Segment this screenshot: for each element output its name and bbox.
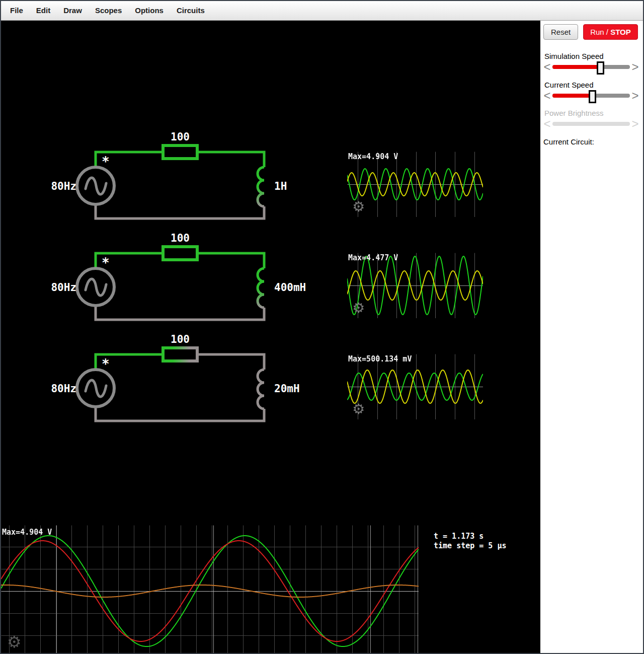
wire[interactable]	[96, 204, 264, 219]
scope-max-label: Max=4.904 V	[348, 152, 398, 161]
circuit-1: 80Hz 1H 100 *	[51, 131, 287, 219]
run-stop-button[interactable]: Run / STOP	[583, 24, 638, 40]
menu-bar: File Edit Draw Scopes Options Circuits	[1, 1, 643, 21]
resistor-3[interactable]	[163, 348, 197, 361]
slider-track[interactable]	[552, 94, 630, 98]
control-panel: Reset Run / STOP Simulation Speed < > Cu…	[540, 21, 643, 653]
reset-button[interactable]: Reset	[543, 24, 578, 40]
inductor-1[interactable]	[258, 167, 264, 206]
chevron-right-icon: >	[631, 119, 639, 129]
wire[interactable]	[197, 253, 264, 268]
scope-400mh[interactable]	[347, 253, 483, 318]
wire[interactable]	[96, 407, 264, 421]
sine-icon	[86, 380, 106, 397]
chevron-right-icon[interactable]: >	[631, 62, 639, 72]
resistor-value-label: 100	[171, 232, 190, 244]
simulation-speed-slider: Simulation Speed < >	[543, 52, 639, 72]
scope-max-label: Max=4.477 V	[348, 253, 398, 262]
sine-icon	[86, 178, 106, 194]
scope-settings-gear-icon[interactable]: ⚙	[352, 200, 365, 214]
resistor-1[interactable]	[163, 146, 197, 159]
menu-edit[interactable]: Edit	[30, 1, 57, 20]
scope-settings-gear-icon[interactable]: ⚙	[7, 634, 22, 650]
circuit-2: 80Hz 400mH 100 *	[51, 232, 306, 320]
slider-label: Simulation Speed	[544, 52, 639, 60]
scope-1h[interactable]	[347, 152, 483, 217]
slider-thumb[interactable]	[597, 61, 604, 75]
wire[interactable]	[197, 354, 264, 370]
power-brightness-slider: Power Brightness < >	[543, 109, 639, 129]
slider-track[interactable]	[552, 65, 630, 69]
scope-settings-gear-icon[interactable]: ⚙	[352, 301, 365, 315]
scope-20mh[interactable]	[347, 354, 483, 419]
inductor-value-label: 1H	[274, 180, 287, 192]
source-marker: *	[102, 255, 110, 270]
wire[interactable]	[197, 152, 264, 167]
stop-label: STOP	[610, 28, 631, 36]
menu-draw[interactable]: Draw	[57, 1, 89, 20]
chevron-left-icon[interactable]: <	[543, 62, 551, 72]
scope-settings-gear-icon[interactable]: ⚙	[352, 402, 365, 416]
app-window: File Edit Draw Scopes Options Circuits	[0, 0, 644, 654]
slider-label: Power Brightness	[544, 109, 639, 117]
sim-time-step: time step = 5 µs	[434, 541, 507, 550]
sim-time: t = 1.173 s	[434, 532, 484, 541]
scope-main[interactable]	[1, 525, 419, 653]
slider-fill	[552, 65, 600, 69]
slider-thumb[interactable]	[589, 90, 596, 103]
menu-scopes[interactable]: Scopes	[89, 1, 128, 20]
circuit-canvas[interactable]: 80Hz 1H 100 * 80Hz 400mH 100	[1, 21, 540, 653]
current-circuit-label: Current Circuit:	[543, 137, 639, 146]
source-frequency-label: 80Hz	[51, 281, 76, 294]
source-marker: *	[102, 356, 110, 372]
current-speed-slider: Current Speed < >	[543, 81, 639, 101]
chevron-left-icon[interactable]: <	[543, 91, 551, 101]
sine-icon	[86, 279, 106, 296]
source-frequency-label: 80Hz	[51, 180, 76, 192]
resistor-value-label: 100	[171, 131, 190, 143]
circuit-3: 80Hz 20mH 100 *	[51, 333, 299, 421]
inductor-2[interactable]	[258, 268, 264, 308]
menu-file[interactable]: File	[4, 1, 30, 20]
menu-circuits[interactable]: Circuits	[170, 1, 211, 20]
scope-max-label: Max=500.134 mV	[348, 354, 412, 364]
scope-max-label: Max=4.904 V	[2, 528, 52, 537]
inductor-3[interactable]	[258, 370, 264, 409]
slider-fill	[552, 94, 592, 98]
menu-options[interactable]: Options	[128, 1, 170, 20]
source-frequency-label: 80Hz	[51, 383, 76, 395]
source-marker: *	[102, 154, 110, 169]
resistor-value-label: 100	[171, 333, 190, 345]
run-label: Run /	[590, 28, 610, 36]
inductor-value-label: 400mH	[274, 281, 306, 294]
resistor-2[interactable]	[163, 247, 197, 260]
inductor-value-label: 20mH	[274, 383, 300, 395]
slider-track	[552, 122, 630, 126]
slider-label: Current Speed	[544, 81, 639, 89]
wire[interactable]	[96, 306, 264, 320]
chevron-left-icon: <	[543, 119, 551, 129]
chevron-right-icon[interactable]: >	[631, 91, 639, 101]
